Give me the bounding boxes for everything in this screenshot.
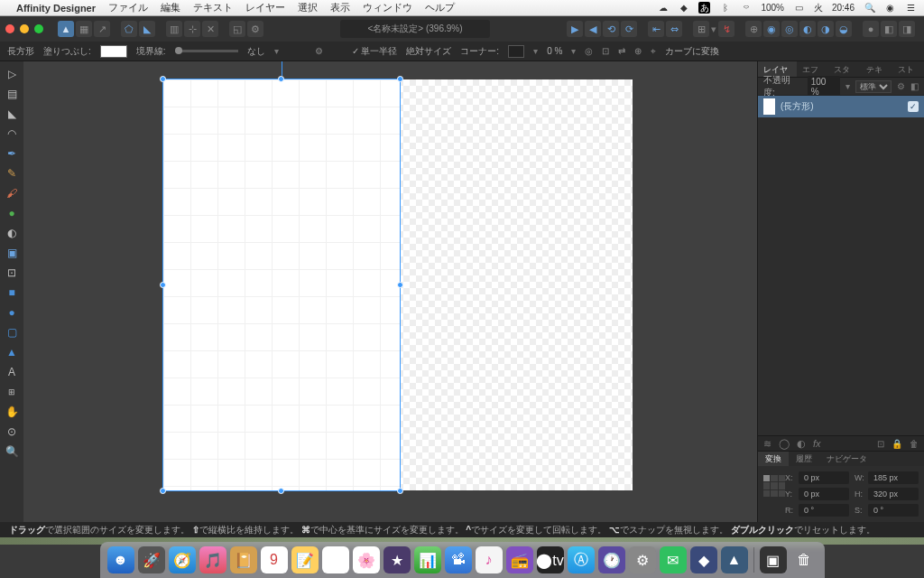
pen-tool[interactable]: ✒ <box>5 146 19 161</box>
persona-export[interactable]: ↗ <box>94 21 110 37</box>
frame-text-tool[interactable]: ⊞ <box>5 385 19 399</box>
menu-text[interactable]: テキスト <box>193 1 233 14</box>
panel-menu-icon[interactable]: ◧ <box>910 81 919 91</box>
menu-layer[interactable]: レイヤー <box>245 1 285 14</box>
to-curves-button[interactable]: カーブに変換 <box>665 45 719 58</box>
dock-numbers[interactable]: 📊 <box>414 546 441 573</box>
place-image-tool[interactable]: ▣ <box>5 246 19 260</box>
dock-photos[interactable]: 🌸 <box>353 546 380 573</box>
clip-icon[interactable]: ⊡ <box>877 439 884 449</box>
zoom-tool[interactable]: 🔍 <box>5 444 19 459</box>
persona-pixel[interactable]: ▦ <box>76 21 92 37</box>
cloud-icon[interactable]: ☁ <box>657 2 669 14</box>
notification-center-icon[interactable]: ☰ <box>905 2 917 14</box>
opacity-value[interactable]: 100 % <box>808 76 840 98</box>
force-pixel-align[interactable]: ↯ <box>718 21 735 37</box>
node-tool[interactable]: ◣ <box>5 107 19 121</box>
corner-tool[interactable]: ◠ <box>5 126 19 141</box>
minimize-window[interactable] <box>20 24 29 33</box>
triangle-tool[interactable]: ▲ <box>5 345 19 359</box>
menu-select[interactable]: 選択 <box>298 1 318 14</box>
persona-designer[interactable]: ▲ <box>58 21 74 37</box>
menu-file[interactable]: ファイル <box>108 1 148 14</box>
layer-visible-check[interactable]: ✓ <box>908 101 919 112</box>
tab-navigator[interactable]: ナビゲータ <box>819 452 874 466</box>
close-window[interactable] <box>5 24 14 33</box>
transform-w[interactable]: 185 px <box>868 471 919 484</box>
wifi-icon[interactable]: ⌔ <box>740 2 752 14</box>
snap-bounds[interactable]: ▥ <box>166 21 182 37</box>
tool-shape-builder[interactable]: ⬠ <box>121 21 137 37</box>
tab-styles[interactable]: スタイ <box>828 61 860 77</box>
fx-icon[interactable]: fx <box>813 438 821 449</box>
align-center[interactable]: ⇔ <box>666 21 682 37</box>
dock-reminders[interactable]: ☰ <box>322 546 349 573</box>
menu-view[interactable]: 表示 <box>330 1 350 14</box>
dropbox-icon[interactable]: ◆ <box>678 2 689 14</box>
selected-rectangle[interactable] <box>163 79 400 490</box>
rounded-rect-tool[interactable]: ▢ <box>5 325 19 340</box>
tool-corner[interactable]: ◣ <box>139 21 155 37</box>
menu-edit[interactable]: 編集 <box>161 1 180 14</box>
dock-affinity-photo[interactable]: ◆ <box>690 546 717 573</box>
show-rotation-icon[interactable]: ◎ <box>585 46 593 56</box>
app-name[interactable]: Affinity Designer <box>16 3 96 14</box>
panel-gear-icon[interactable]: ⚙ <box>897 81 905 91</box>
bool-intersect[interactable]: ◐ <box>799 21 816 37</box>
dock-affinity-designer[interactable]: ▲ <box>721 546 748 573</box>
lock-icon[interactable]: 🔒 <box>892 439 902 449</box>
transform-anchor[interactable] <box>763 475 785 497</box>
dock-podcasts[interactable]: 📻 <box>506 546 533 573</box>
dock-calendar[interactable]: 9 <box>261 546 288 573</box>
pencil-tool[interactable]: ✎ <box>5 166 19 181</box>
transform-h[interactable]: 320 px <box>868 488 919 500</box>
fill-swatch[interactable] <box>100 45 127 58</box>
dock-itunes[interactable]: ♪ <box>476 546 503 573</box>
context-gear-icon[interactable]: ⚙ <box>315 46 323 56</box>
menubar-time[interactable]: 20:46 <box>832 3 855 13</box>
zoom-window[interactable] <box>34 24 43 33</box>
pan-tool[interactable]: ✋ <box>5 405 19 419</box>
dock-contacts[interactable]: 📔 <box>230 546 257 573</box>
bool-xor[interactable]: ◑ <box>818 21 834 37</box>
dock-appletv[interactable]: ⬤tv <box>537 546 564 573</box>
order-back[interactable]: ◱ <box>229 21 245 37</box>
bluetooth-icon[interactable]: ᛒ <box>719 2 731 14</box>
absolute-size-check[interactable]: 絶対サイズ <box>406 45 451 58</box>
transform-x[interactable]: 0 px <box>799 471 849 484</box>
snapping-toggle[interactable]: ⊞ <box>693 21 709 37</box>
transform-mode-icon[interactable]: ⌖ <box>651 46 656 57</box>
rotate-ccw[interactable]: ⟲ <box>603 21 619 37</box>
tab-history[interactable]: 履歴 <box>789 452 819 466</box>
hide-selection-icon[interactable]: ⊡ <box>602 46 609 56</box>
snapping-menu[interactable]: ▾ <box>711 21 716 37</box>
dock-imovie[interactable]: ★ <box>383 546 411 573</box>
rotate-cw[interactable]: ⟳ <box>621 21 637 37</box>
dock-keynote[interactable]: 📽 <box>445 546 472 573</box>
transparency-tool[interactable]: ◐ <box>5 226 19 240</box>
snap-geometry[interactable]: ✕ <box>202 21 218 37</box>
tab-transform[interactable]: 変換 <box>758 452 789 466</box>
corner-type-swatch[interactable] <box>508 45 524 58</box>
fill-tool[interactable]: ● <box>5 206 19 220</box>
dock-clock[interactable]: 🕐 <box>598 546 625 573</box>
crop-tool[interactable]: ⊡ <box>5 266 19 280</box>
snap-midpoints[interactable]: ⊹ <box>184 21 200 37</box>
menu-help[interactable]: ヘルプ <box>425 1 455 14</box>
bool-add[interactable]: ◉ <box>763 21 780 37</box>
stroke-width-slider[interactable] <box>175 50 238 52</box>
corner-value[interactable]: 0 % <box>547 46 562 56</box>
insert-behind[interactable]: ◨ <box>899 21 915 37</box>
delete-layer-icon[interactable]: 🗑 <box>910 439 919 449</box>
dock-safari[interactable]: 🧭 <box>169 546 196 573</box>
color-picker-tool[interactable]: ⊙ <box>5 424 19 439</box>
canvas[interactable] <box>23 61 757 522</box>
dock-launchpad[interactable]: 🚀 <box>138 546 165 573</box>
dock-appstore[interactable]: Ⓐ <box>568 546 595 573</box>
align-left[interactable]: ⇤ <box>648 21 664 37</box>
insert-target[interactable]: ● <box>863 21 879 37</box>
mask-icon[interactable]: ◯ <box>779 438 790 450</box>
add-op[interactable]: ⊕ <box>745 21 762 37</box>
ellipse-tool[interactable]: ● <box>5 305 19 320</box>
move-tool[interactable]: ▷ <box>5 67 19 81</box>
